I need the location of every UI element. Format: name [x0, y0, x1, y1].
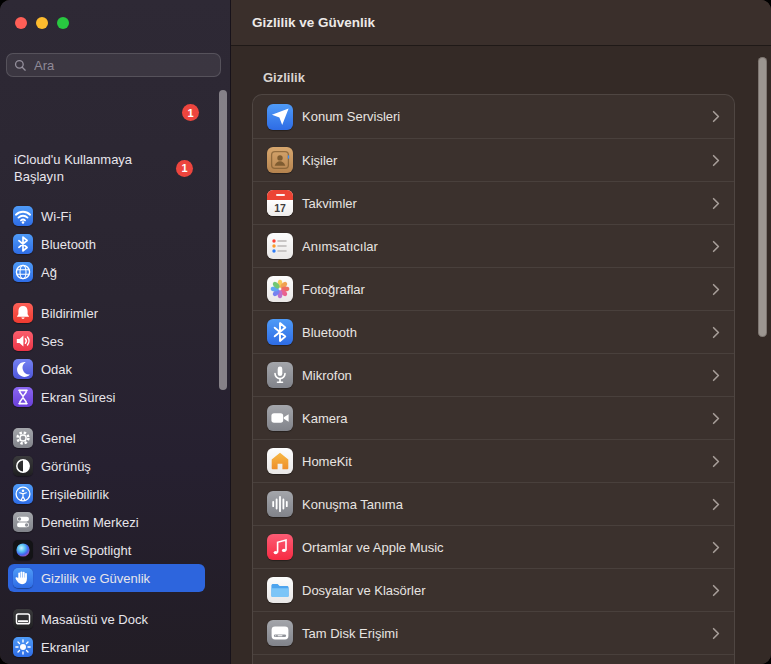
chevron-right-icon	[712, 154, 720, 167]
music-note-icon	[267, 534, 293, 560]
traffic-lights	[15, 17, 69, 29]
wifi-icon	[13, 206, 33, 226]
page-title: Gizlilik ve Güvenlik	[252, 15, 375, 30]
row-contacts[interactable]: Kişiler	[253, 138, 734, 181]
notification-badge: 1	[182, 104, 199, 121]
sidebar-nav: Wi-Fi Bluetooth Ağ Bildirimler	[8, 202, 205, 661]
control-center-icon	[13, 512, 33, 532]
microphone-icon	[267, 362, 293, 388]
accessibility-icon	[13, 484, 33, 504]
chevron-right-icon	[712, 369, 720, 382]
section-title: Gizlilik	[252, 70, 735, 85]
contacts-icon	[267, 147, 293, 173]
chevron-right-icon	[712, 455, 720, 468]
chevron-right-icon	[712, 240, 720, 253]
close-button[interactable]	[15, 17, 27, 29]
main-pane: Gizlilik ve Güvenlik Gizlilik Konum Serv…	[231, 0, 771, 664]
hourglass-icon	[13, 387, 33, 407]
folder-icon	[267, 577, 293, 603]
sidebar-item-displays[interactable]: Ekranlar	[8, 633, 205, 661]
moon-icon	[13, 359, 33, 379]
gear-icon	[13, 428, 33, 448]
sidebar-item-appearance[interactable]: Görünüş	[8, 452, 205, 480]
sidebar-item-icloud-signin[interactable]: iCloud'u Kullanmaya Başlayın 1	[8, 146, 205, 190]
sidebar-item-screen-time[interactable]: Ekran Süresi	[8, 383, 205, 411]
sidebar-item-desktop-dock[interactable]: Masaüstü ve Dock	[8, 605, 205, 633]
zoom-button[interactable]	[57, 17, 69, 29]
sidebar: 1 iCloud'u Kullanmaya Başlayın 1 Wi-Fi B…	[0, 0, 231, 664]
sidebar-item-control-center[interactable]: Denetim Merkezi	[8, 508, 205, 536]
camera-icon	[267, 405, 293, 431]
chevron-right-icon	[712, 326, 720, 339]
speaker-icon	[13, 331, 33, 351]
sidebar-scrollbar[interactable]	[219, 90, 227, 390]
siri-icon	[13, 540, 33, 560]
privacy-content: Gizlilik Konum Servisleri Kişiler	[231, 46, 771, 664]
sidebar-item-general[interactable]: Genel	[8, 424, 205, 452]
updates-badge-row: 1	[8, 104, 205, 121]
chevron-right-icon	[712, 283, 720, 296]
sidebar-item-siri[interactable]: Siri ve Spotlight	[8, 536, 205, 564]
row-files-folders[interactable]: Dosyalar ve Klasörler	[253, 568, 734, 611]
bluetooth-icon	[267, 319, 293, 345]
content-scrollbar[interactable]	[758, 57, 767, 337]
speech-recognition-icon	[267, 491, 293, 517]
system-settings-window: 1 iCloud'u Kullanmaya Başlayın 1 Wi-Fi B…	[0, 0, 771, 664]
privacy-list-card: Konum Servisleri Kişiler 17 Takvimler	[252, 94, 735, 664]
sidebar-item-accessibility[interactable]: Erişilebilirlik	[8, 480, 205, 508]
row-media-apple-music[interactable]: Ortamlar ve Apple Music	[253, 525, 734, 568]
location-icon	[267, 104, 293, 130]
icloud-signin-label: iCloud'u Kullanmaya Başlayın	[14, 151, 176, 186]
chevron-right-icon	[712, 412, 720, 425]
sidebar-item-notifications[interactable]: Bildirimler	[8, 299, 205, 327]
bell-icon	[13, 303, 33, 323]
minimize-button[interactable]	[36, 17, 48, 29]
bluetooth-icon	[13, 234, 33, 254]
row-microphone[interactable]: Mikrofon	[253, 353, 734, 396]
row-full-disk-access[interactable]: Tam Disk Erişimi	[253, 611, 734, 654]
chevron-right-icon	[712, 110, 720, 123]
chevron-right-icon	[712, 541, 720, 554]
row-photos[interactable]: Fotoğraflar	[253, 267, 734, 310]
search-field[interactable]	[6, 53, 221, 77]
row-speech-recognition[interactable]: Konuşma Tanıma	[253, 482, 734, 525]
notification-badge: 1	[176, 160, 193, 177]
reminders-icon	[267, 233, 293, 259]
search-input[interactable]	[32, 57, 213, 74]
chevron-right-icon	[712, 627, 720, 640]
calendar-icon: 17	[267, 190, 293, 216]
row-location-services[interactable]: Konum Servisleri	[253, 95, 734, 138]
row-camera[interactable]: Kamera	[253, 396, 734, 439]
row-reminders[interactable]: Anımsatıcılar	[253, 224, 734, 267]
chevron-right-icon	[712, 197, 720, 210]
sidebar-item-privacy-security[interactable]: Gizlilik ve Güvenlik	[8, 564, 205, 592]
sidebar-item-sound[interactable]: Ses	[8, 327, 205, 355]
row-calendars[interactable]: 17 Takvimler	[253, 181, 734, 224]
row-bluetooth[interactable]: Bluetooth	[253, 310, 734, 353]
title-bar: Gizlilik ve Güvenlik	[231, 0, 771, 46]
sidebar-item-wifi[interactable]: Wi-Fi	[8, 202, 205, 230]
photos-icon	[267, 276, 293, 302]
sidebar-item-network[interactable]: Ağ	[8, 258, 205, 286]
appearance-icon	[13, 456, 33, 476]
sidebar-item-bluetooth[interactable]: Bluetooth	[8, 230, 205, 258]
row-partial-clipped	[253, 654, 734, 664]
row-homekit[interactable]: HomeKit	[253, 439, 734, 482]
homekit-icon	[267, 448, 293, 474]
display-sun-icon	[13, 637, 33, 657]
magnifier-icon	[14, 59, 27, 72]
chevron-right-icon	[712, 584, 720, 597]
network-globe-icon	[13, 262, 33, 282]
chevron-right-icon	[712, 498, 720, 511]
privacy-hand-icon	[13, 568, 33, 588]
sidebar-item-focus[interactable]: Odak	[8, 355, 205, 383]
disk-icon	[267, 620, 293, 646]
desktop-dock-icon	[13, 609, 33, 629]
